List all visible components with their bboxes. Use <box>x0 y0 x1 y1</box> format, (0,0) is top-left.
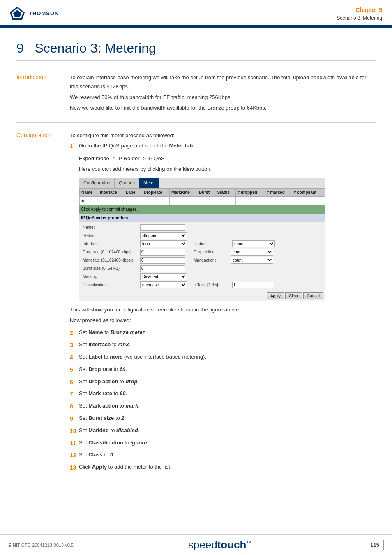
burst-input[interactable] <box>140 265 185 272</box>
step-6-number: 6 <box>70 378 79 387</box>
prop-status-label: Status: <box>83 232 140 239</box>
step-9-text: Set Burst size to 2. <box>79 414 126 423</box>
cell-dropped: - <box>235 197 265 205</box>
config-intro: To configure this meter proceed as follo… <box>70 131 376 140</box>
prop-dropaction-label: Drop action: <box>194 249 231 256</box>
prop-class-label: Class [0..15]: <box>195 281 232 288</box>
speedtouch-logo: speedtouch™ <box>188 539 251 551</box>
step-8: 8 Set Mark action to mark. <box>70 402 376 412</box>
configuration-content: To configure this meter proceed as follo… <box>70 131 376 475</box>
step-11: 11 Set Classification to ignore. <box>70 439 376 449</box>
prop-name-row: Name: <box>83 224 322 231</box>
page-number: 115 <box>366 540 384 550</box>
logo-touch: touch <box>217 539 247 551</box>
prop-marking-label: Marking: <box>83 273 140 280</box>
step-7-text: Set Mark rate to 60. <box>79 389 127 398</box>
col-burst: Burst <box>197 189 215 197</box>
cell-markrate: - <box>169 197 197 205</box>
intro-para-3: Now we would like to limit the bandwidth… <box>70 104 376 113</box>
page-header: THOMSON Chapter 9 Scenario 3: Metering <box>0 0 392 22</box>
table-header-row: Name Interface Label DropRate MarkRate B… <box>80 189 325 197</box>
apply-bar: Click Apply to commit changes. <box>79 205 325 214</box>
step-5-text: Set Drop rate to 64. <box>79 365 127 374</box>
thomson-logo-icon <box>8 6 26 21</box>
tab-meter[interactable]: Meter <box>139 178 159 188</box>
cell-interface: - <box>98 197 124 205</box>
chapter-heading: 9 Scenario 3: Metering <box>16 41 376 61</box>
class-input[interactable] <box>232 282 273 288</box>
clear-button[interactable]: Clear <box>285 292 302 299</box>
step-13-number: 13 <box>70 463 79 473</box>
logo-tm: ™ <box>246 540 251 546</box>
step-4: 4 Set Label to none (we use interface ba… <box>70 353 376 363</box>
tab-configuration[interactable]: Configuration <box>79 178 115 188</box>
step-12-text: Set Class to 0. <box>79 451 115 459</box>
prop-interface-row: Interface: loop Label: none <box>83 240 322 247</box>
table-row: ■ - - - - - - - - - - - <box>80 197 325 205</box>
step-1-number: 1 <box>70 142 79 152</box>
prop-droprate-row: Drop rate (0..102400 kbps): Drop action:… <box>83 249 322 256</box>
prop-status-row: Status: Stopped <box>83 232 322 239</box>
buttons-row: Apply Clear Cancel <box>79 291 325 301</box>
col-markrate: MarkRate <box>169 189 197 197</box>
drop-action-select[interactable]: count <box>231 249 273 256</box>
marking-select[interactable]: Disabled <box>140 273 187 280</box>
props-header: IP QoS meter properties <box>79 214 325 222</box>
configuration-label: Configuration <box>16 131 70 475</box>
step-11-text: Set Classification to ignore. <box>79 439 148 447</box>
col-compliant: # compliant <box>292 189 325 197</box>
cell-name: ■ <box>80 197 98 205</box>
mark-rate-input[interactable] <box>140 257 185 264</box>
cell-marked: - <box>265 197 292 205</box>
col-droprate: DropRate <box>142 189 169 197</box>
prop-dropaction-right: Drop action: count <box>194 249 273 256</box>
numbered-steps: 2 Set Name to Bronze meter. 3 Set Interf… <box>70 328 376 473</box>
after-step-1: This will show you a configuration scree… <box>70 305 376 314</box>
configuration-section: Configuration To configure this meter pr… <box>16 131 376 484</box>
cancel-button[interactable]: Cancel <box>303 292 323 299</box>
cell-compliant: - <box>292 197 325 205</box>
prop-markaction-label: Mark action: <box>194 257 231 264</box>
footer-doc-number: E-NIT-CTC-20041213-0013 v0.5 <box>8 543 74 548</box>
main-content: 9 Scenario 3: Metering Introduction To e… <box>0 41 392 508</box>
logo-text: THOMSON <box>29 10 59 16</box>
prop-burst-row: Burst size (0..64 kB): <box>83 265 322 272</box>
status-select[interactable]: Stopped <box>140 232 187 239</box>
step-7: 7 Set Mark rate to 60. <box>70 389 376 399</box>
prop-marking-row: Marking: Disabled <box>83 273 322 280</box>
cell-label: - <box>124 197 142 205</box>
step-12-number: 12 <box>70 451 79 461</box>
step-10-number: 10 <box>70 426 79 436</box>
prop-burst-label: Burst size (0..64 kB): <box>83 265 140 272</box>
introduction-section: Introduction To explain interface base m… <box>16 73 376 123</box>
col-interface: Interface <box>98 189 124 197</box>
col-name: Name <box>80 189 98 197</box>
mark-action-select[interactable]: count <box>231 257 273 264</box>
interface-select[interactable]: loop <box>140 240 187 247</box>
name-input[interactable] <box>140 224 185 231</box>
prop-interface-label: Interface: <box>83 240 140 247</box>
step-3: 3 Set Interface to lan3. <box>70 341 376 350</box>
classification-select[interactable]: decrease <box>140 281 187 288</box>
step-9-number: 9 <box>70 414 79 424</box>
introduction-content: To explain interface base metering we wi… <box>70 73 376 114</box>
intro-para-1: To explain interface base metering we wi… <box>70 73 376 91</box>
prop-markrate-label: Mark rate (0..102400 kbps): <box>83 257 140 264</box>
step-7-number: 7 <box>70 389 79 399</box>
step-3-number: 3 <box>70 341 79 350</box>
chapter-subtitle-header: Scenario 3: Metering <box>337 14 382 22</box>
step-8-text: Set Mark action to mark. <box>79 402 140 410</box>
label-select[interactable]: none <box>232 240 275 247</box>
prop-droprate-label: Drop rate (0..102400 kbps): <box>83 249 140 256</box>
chapter-title-main: Scenario 3: Metering <box>35 41 156 55</box>
prop-name-label: Name: <box>83 224 140 231</box>
apply-button[interactable]: Apply <box>267 292 284 299</box>
chapter-info: Chapter 9 Scenario 3: Metering <box>337 6 382 22</box>
tab-queues[interactable]: Queues <box>115 178 139 188</box>
prop-classification-label: Classification: <box>83 281 140 288</box>
chapter-number: 9 <box>16 41 24 55</box>
top-bar <box>0 25 392 28</box>
after-step-2: Now proceed as followed: <box>70 316 376 325</box>
step-11-number: 11 <box>70 439 79 449</box>
drop-rate-input[interactable] <box>140 249 185 256</box>
